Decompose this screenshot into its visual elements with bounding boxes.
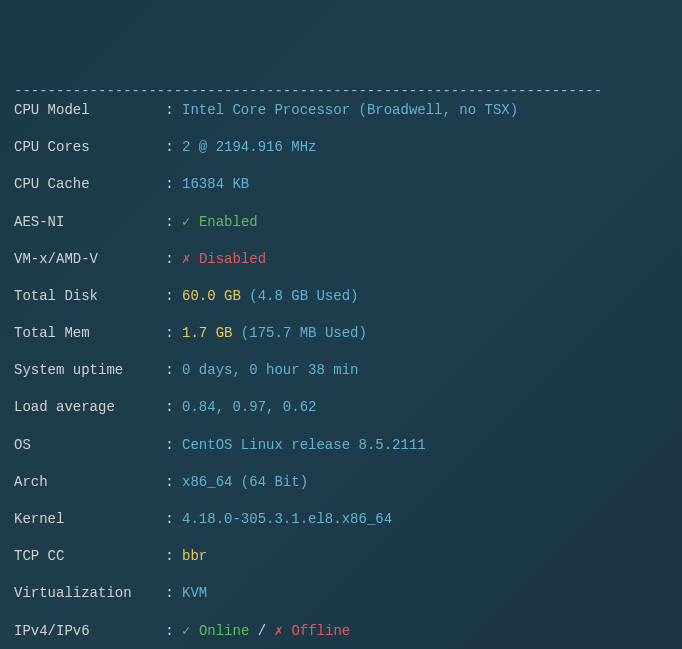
arch: Arch : x86_64 (64 Bit): [14, 473, 668, 492]
os: OS : CentOS Linux release 8.5.2111: [14, 436, 668, 455]
vmx-amdv: VM-x/AMD-V : ✗ Disabled: [14, 250, 668, 269]
system-uptime: System uptime : 0 days, 0 hour 38 min: [14, 361, 668, 380]
load-average: Load average : 0.84, 0.97, 0.62: [14, 398, 668, 417]
ipv4-ipv6: IPv4/IPv6 : ✓ Online / ✗ Offline: [14, 622, 668, 641]
virtualization: Virtualization : KVM: [14, 584, 668, 603]
total-mem: Total Mem : 1.7 GB (175.7 MB Used): [14, 324, 668, 343]
cpu-cores: CPU Cores : 2 @ 2194.916 MHz: [14, 138, 668, 157]
total-disk: Total Disk : 60.0 GB (4.8 GB Used): [14, 287, 668, 306]
aes-ni: AES-NI : ✓ Enabled: [14, 213, 668, 232]
kernel: Kernel : 4.18.0-305.3.1.el8.x86_64: [14, 510, 668, 529]
divider: ----------------------------------------…: [14, 83, 602, 99]
cpu-model: CPU Model : Intel Core Processor (Broadw…: [14, 101, 668, 120]
tcp-cc: TCP CC : bbr: [14, 547, 668, 566]
cpu-cache: CPU Cache : 16384 KB: [14, 175, 668, 194]
